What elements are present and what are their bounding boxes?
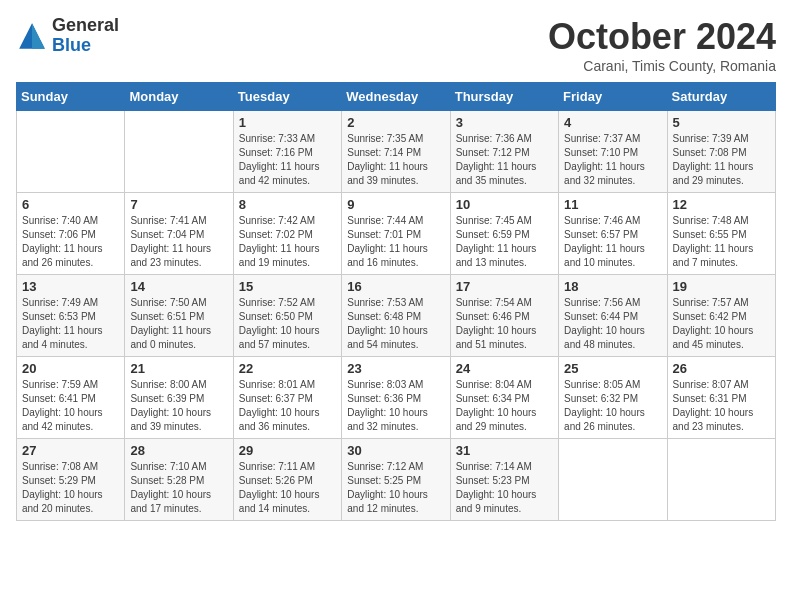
day-cell: 23Sunrise: 8:03 AM Sunset: 6:36 PM Dayli… [342,357,450,439]
day-header-friday: Friday [559,83,667,111]
day-detail: Sunrise: 7:59 AM Sunset: 6:41 PM Dayligh… [22,378,119,434]
day-number: 20 [22,361,119,376]
day-detail: Sunrise: 8:03 AM Sunset: 6:36 PM Dayligh… [347,378,444,434]
day-number: 15 [239,279,336,294]
day-number: 22 [239,361,336,376]
day-detail: Sunrise: 7:53 AM Sunset: 6:48 PM Dayligh… [347,296,444,352]
day-detail: Sunrise: 7:10 AM Sunset: 5:28 PM Dayligh… [130,460,227,516]
page-header: General Blue October 2024 Carani, Timis … [16,16,776,74]
calendar-header: SundayMondayTuesdayWednesdayThursdayFrid… [17,83,776,111]
day-number: 30 [347,443,444,458]
day-number: 18 [564,279,661,294]
day-number: 2 [347,115,444,130]
day-detail: Sunrise: 8:01 AM Sunset: 6:37 PM Dayligh… [239,378,336,434]
day-number: 21 [130,361,227,376]
day-detail: Sunrise: 7:50 AM Sunset: 6:51 PM Dayligh… [130,296,227,352]
svg-marker-1 [32,23,45,49]
day-detail: Sunrise: 7:37 AM Sunset: 7:10 PM Dayligh… [564,132,661,188]
day-cell: 4Sunrise: 7:37 AM Sunset: 7:10 PM Daylig… [559,111,667,193]
day-number: 23 [347,361,444,376]
day-cell: 7Sunrise: 7:41 AM Sunset: 7:04 PM Daylig… [125,193,233,275]
day-detail: Sunrise: 7:52 AM Sunset: 6:50 PM Dayligh… [239,296,336,352]
week-row-1: 1Sunrise: 7:33 AM Sunset: 7:16 PM Daylig… [17,111,776,193]
day-number: 29 [239,443,336,458]
day-cell: 31Sunrise: 7:14 AM Sunset: 5:23 PM Dayli… [450,439,558,521]
day-number: 14 [130,279,227,294]
day-cell: 13Sunrise: 7:49 AM Sunset: 6:53 PM Dayli… [17,275,125,357]
day-detail: Sunrise: 7:39 AM Sunset: 7:08 PM Dayligh… [673,132,770,188]
day-detail: Sunrise: 7:46 AM Sunset: 6:57 PM Dayligh… [564,214,661,270]
day-number: 31 [456,443,553,458]
day-header-thursday: Thursday [450,83,558,111]
day-detail: Sunrise: 8:07 AM Sunset: 6:31 PM Dayligh… [673,378,770,434]
day-detail: Sunrise: 8:00 AM Sunset: 6:39 PM Dayligh… [130,378,227,434]
day-number: 6 [22,197,119,212]
day-number: 28 [130,443,227,458]
day-detail: Sunrise: 7:45 AM Sunset: 6:59 PM Dayligh… [456,214,553,270]
day-cell: 18Sunrise: 7:56 AM Sunset: 6:44 PM Dayli… [559,275,667,357]
day-detail: Sunrise: 7:48 AM Sunset: 6:55 PM Dayligh… [673,214,770,270]
day-detail: Sunrise: 7:35 AM Sunset: 7:14 PM Dayligh… [347,132,444,188]
day-number: 24 [456,361,553,376]
day-detail: Sunrise: 7:12 AM Sunset: 5:25 PM Dayligh… [347,460,444,516]
day-cell: 9Sunrise: 7:44 AM Sunset: 7:01 PM Daylig… [342,193,450,275]
day-number: 10 [456,197,553,212]
day-number: 3 [456,115,553,130]
day-detail: Sunrise: 7:40 AM Sunset: 7:06 PM Dayligh… [22,214,119,270]
day-cell: 10Sunrise: 7:45 AM Sunset: 6:59 PM Dayli… [450,193,558,275]
day-cell: 29Sunrise: 7:11 AM Sunset: 5:26 PM Dayli… [233,439,341,521]
day-detail: Sunrise: 7:56 AM Sunset: 6:44 PM Dayligh… [564,296,661,352]
day-detail: Sunrise: 8:04 AM Sunset: 6:34 PM Dayligh… [456,378,553,434]
logo-icon [16,20,48,52]
day-cell: 19Sunrise: 7:57 AM Sunset: 6:42 PM Dayli… [667,275,775,357]
day-detail: Sunrise: 7:14 AM Sunset: 5:23 PM Dayligh… [456,460,553,516]
day-cell: 20Sunrise: 7:59 AM Sunset: 6:41 PM Dayli… [17,357,125,439]
day-detail: Sunrise: 7:57 AM Sunset: 6:42 PM Dayligh… [673,296,770,352]
header-row: SundayMondayTuesdayWednesdayThursdayFrid… [17,83,776,111]
day-number: 27 [22,443,119,458]
day-number: 7 [130,197,227,212]
day-cell: 28Sunrise: 7:10 AM Sunset: 5:28 PM Dayli… [125,439,233,521]
day-number: 19 [673,279,770,294]
day-number: 12 [673,197,770,212]
day-cell [559,439,667,521]
logo-blue-text: Blue [52,36,119,56]
day-detail: Sunrise: 7:11 AM Sunset: 5:26 PM Dayligh… [239,460,336,516]
day-cell: 11Sunrise: 7:46 AM Sunset: 6:57 PM Dayli… [559,193,667,275]
day-cell: 8Sunrise: 7:42 AM Sunset: 7:02 PM Daylig… [233,193,341,275]
day-detail: Sunrise: 8:05 AM Sunset: 6:32 PM Dayligh… [564,378,661,434]
week-row-4: 20Sunrise: 7:59 AM Sunset: 6:41 PM Dayli… [17,357,776,439]
day-cell: 14Sunrise: 7:50 AM Sunset: 6:51 PM Dayli… [125,275,233,357]
day-cell: 3Sunrise: 7:36 AM Sunset: 7:12 PM Daylig… [450,111,558,193]
day-number: 9 [347,197,444,212]
day-cell: 30Sunrise: 7:12 AM Sunset: 5:25 PM Dayli… [342,439,450,521]
logo: General Blue [16,16,119,56]
day-cell: 12Sunrise: 7:48 AM Sunset: 6:55 PM Dayli… [667,193,775,275]
day-cell: 5Sunrise: 7:39 AM Sunset: 7:08 PM Daylig… [667,111,775,193]
day-cell: 1Sunrise: 7:33 AM Sunset: 7:16 PM Daylig… [233,111,341,193]
day-cell: 22Sunrise: 8:01 AM Sunset: 6:37 PM Dayli… [233,357,341,439]
day-detail: Sunrise: 7:08 AM Sunset: 5:29 PM Dayligh… [22,460,119,516]
day-detail: Sunrise: 7:49 AM Sunset: 6:53 PM Dayligh… [22,296,119,352]
day-cell [125,111,233,193]
day-number: 4 [564,115,661,130]
day-detail: Sunrise: 7:54 AM Sunset: 6:46 PM Dayligh… [456,296,553,352]
location-subtitle: Carani, Timis County, Romania [548,58,776,74]
day-number: 8 [239,197,336,212]
day-cell: 24Sunrise: 8:04 AM Sunset: 6:34 PM Dayli… [450,357,558,439]
day-header-monday: Monday [125,83,233,111]
day-header-tuesday: Tuesday [233,83,341,111]
week-row-3: 13Sunrise: 7:49 AM Sunset: 6:53 PM Dayli… [17,275,776,357]
day-number: 5 [673,115,770,130]
logo-text: General Blue [52,16,119,56]
day-detail: Sunrise: 7:33 AM Sunset: 7:16 PM Dayligh… [239,132,336,188]
month-title: October 2024 [548,16,776,58]
day-cell: 6Sunrise: 7:40 AM Sunset: 7:06 PM Daylig… [17,193,125,275]
day-cell: 25Sunrise: 8:05 AM Sunset: 6:32 PM Dayli… [559,357,667,439]
logo-general-text: General [52,16,119,36]
day-header-saturday: Saturday [667,83,775,111]
day-cell: 2Sunrise: 7:35 AM Sunset: 7:14 PM Daylig… [342,111,450,193]
day-detail: Sunrise: 7:41 AM Sunset: 7:04 PM Dayligh… [130,214,227,270]
day-cell [17,111,125,193]
day-detail: Sunrise: 7:44 AM Sunset: 7:01 PM Dayligh… [347,214,444,270]
